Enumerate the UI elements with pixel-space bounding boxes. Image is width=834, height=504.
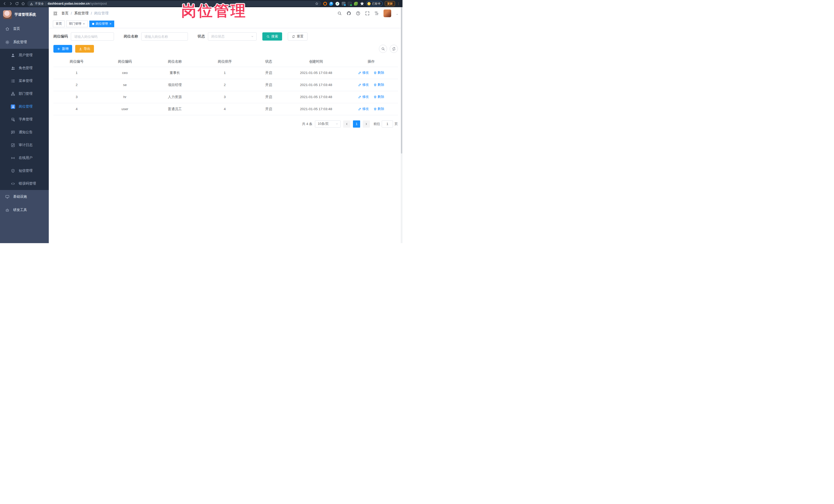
- cell-actions: 修改 删除: [345, 79, 398, 91]
- address-bar[interactable]: 不安全 dashboard.yudao.iocoder.cn/system/po…: [27, 1, 321, 6]
- tab-post-management[interactable]: 岗位管理 ×: [89, 21, 114, 27]
- prev-page-button[interactable]: [343, 120, 350, 128]
- sidebar-item-dict-management[interactable]: 字典管理: [0, 113, 49, 126]
- close-icon[interactable]: ×: [110, 22, 112, 25]
- browser-update-button[interactable]: 更新: [385, 1, 395, 6]
- cell-post-name: 普通员工: [150, 103, 200, 115]
- sidebar-item-system-management[interactable]: 系统管理: [0, 36, 49, 49]
- post-table: 岗位编号 岗位编码 岗位名称 岗位排序 状态 创建时间 操作 1 ceo: [53, 57, 398, 115]
- paused-badge[interactable]: 已暂停: [366, 1, 383, 6]
- extension-icon-dark-tag[interactable]: [348, 2, 352, 6]
- online-users-icon: [11, 156, 15, 160]
- paused-badge-label: 已暂停: [372, 2, 380, 6]
- add-button[interactable]: 新增: [53, 45, 72, 52]
- status-select[interactable]: 岗位状态: [208, 32, 257, 41]
- breadcrumb-home[interactable]: 首页: [61, 11, 68, 16]
- cell-status: 开启: [250, 91, 288, 103]
- delete-link[interactable]: 删除: [373, 107, 384, 111]
- cell-actions: 修改 删除: [345, 67, 398, 79]
- refresh-button[interactable]: [390, 45, 398, 53]
- active-tab-dot: [92, 23, 94, 25]
- post-code-input[interactable]: [71, 32, 114, 41]
- browser-back-icon[interactable]: [3, 2, 7, 6]
- scrollbar-thumb[interactable]: [401, 7, 402, 154]
- delete-link[interactable]: 删除: [373, 94, 384, 99]
- sidebar-item-home[interactable]: 首页: [0, 22, 49, 36]
- cell-post-code: ceo: [100, 67, 150, 79]
- tab-dept-management[interactable]: 部门管理 ×: [66, 21, 88, 27]
- cell-post-id: 2: [53, 79, 100, 91]
- infrastructure-icon: [5, 195, 9, 199]
- sidebar-fold-icon[interactable]: [53, 11, 58, 16]
- extension-icon-green-check[interactable]: [335, 2, 339, 6]
- extension-icon-orange-ring[interactable]: [323, 2, 327, 6]
- help-icon[interactable]: [356, 11, 360, 16]
- sidebar-item-announcement[interactable]: 通知公告: [0, 126, 49, 139]
- org-tree-icon: [11, 92, 15, 96]
- sidebar-item-menu-management[interactable]: 菜单管理: [0, 74, 49, 87]
- delete-link[interactable]: 删除: [373, 70, 384, 75]
- next-page-button[interactable]: [363, 120, 370, 128]
- browser-menu-icon[interactable]: ⋮: [397, 2, 400, 5]
- browser-home-icon[interactable]: [21, 2, 25, 6]
- bookmark-star-icon[interactable]: [315, 2, 319, 5]
- table-row: 1 ceo 董事长 1 开启 2021-01-05 17:03:48 修改 删除: [53, 67, 398, 79]
- app-logo: [3, 10, 12, 19]
- chevron-down-icon: [42, 169, 45, 172]
- edit-link[interactable]: 修改: [358, 94, 369, 99]
- edit-link[interactable]: 修改: [358, 107, 369, 111]
- sidebar-item-audit-log[interactable]: 审计日志: [0, 139, 49, 152]
- gear-icon: [5, 40, 9, 44]
- github-icon[interactable]: [347, 11, 351, 16]
- toggle-search-button[interactable]: [379, 45, 387, 53]
- search-icon[interactable]: [337, 11, 342, 16]
- page-size-select[interactable]: 10条/页: [315, 120, 341, 128]
- goto-page-input[interactable]: [382, 120, 393, 128]
- font-size-icon[interactable]: [374, 11, 379, 16]
- extensions-puzzle-icon[interactable]: [360, 2, 364, 6]
- cell-post-id: 4: [53, 103, 100, 115]
- browser-forward-icon[interactable]: [9, 2, 13, 6]
- omnibox-divider: [46, 2, 46, 5]
- delete-link[interactable]: 删除: [373, 82, 384, 87]
- cell-status: 开启: [250, 103, 288, 115]
- breadcrumb-system[interactable]: 系统管理: [74, 11, 89, 16]
- post-name-label: 岗位名称: [124, 34, 138, 39]
- dictionary-icon: [11, 117, 15, 122]
- browser-reload-icon[interactable]: [15, 2, 19, 6]
- sidebar-filler: [0, 217, 49, 243]
- table-row: 4 user 普通员工 4 开启 2021-01-05 17:03:48 修改 …: [53, 103, 398, 115]
- sidebar-item-post-management[interactable]: 岗位管理: [0, 100, 49, 113]
- page-url: dashboard.yudao.iocoder.cn/system/post: [48, 2, 313, 5]
- sidebar-item-dept-management[interactable]: 部门管理: [0, 87, 49, 100]
- cell-post-sort: 4: [200, 103, 250, 115]
- post-name-input[interactable]: [141, 32, 188, 41]
- page-suffix-label: 页: [395, 122, 398, 126]
- sidebar-item-user-management[interactable]: 用户管理: [0, 49, 49, 62]
- column-header-status: 状态: [250, 57, 288, 67]
- window-scrollbar[interactable]: [401, 7, 402, 243]
- sidebar-item-infrastructure[interactable]: 基础设施: [0, 190, 49, 203]
- sidebar-item-role-management[interactable]: 角色管理: [0, 62, 49, 74]
- extension-icon-green-leaf[interactable]: [354, 2, 358, 6]
- close-icon[interactable]: ×: [83, 22, 85, 25]
- cell-post-name: 董事长: [150, 67, 200, 79]
- sidebar-item-dev-tools[interactable]: 研发工具: [0, 203, 49, 217]
- page-number-1[interactable]: 1: [353, 120, 360, 128]
- export-button[interactable]: 导出: [75, 45, 94, 52]
- search-button[interactable]: 搜索: [262, 32, 282, 41]
- caret-down-icon[interactable]: [396, 12, 398, 15]
- home-icon: [5, 27, 9, 31]
- edit-link[interactable]: 修改: [358, 70, 369, 75]
- cell-post-name: 项目经理: [150, 79, 200, 91]
- tab-home[interactable]: 首页: [53, 21, 65, 27]
- header-actions: [337, 9, 398, 17]
- fullscreen-icon[interactable]: [365, 11, 370, 16]
- edit-link[interactable]: 修改: [358, 82, 369, 87]
- app-header: 首页 / 系统管理 / 岗位管理: [49, 7, 402, 20]
- extension-icon-grid[interactable]: [342, 2, 346, 6]
- reset-button[interactable]: 重置: [288, 32, 308, 41]
- extension-icon-blue-pin[interactable]: [329, 2, 333, 6]
- app-logo-row[interactable]: 芋道管理系统: [0, 7, 49, 22]
- user-avatar[interactable]: [383, 9, 391, 17]
